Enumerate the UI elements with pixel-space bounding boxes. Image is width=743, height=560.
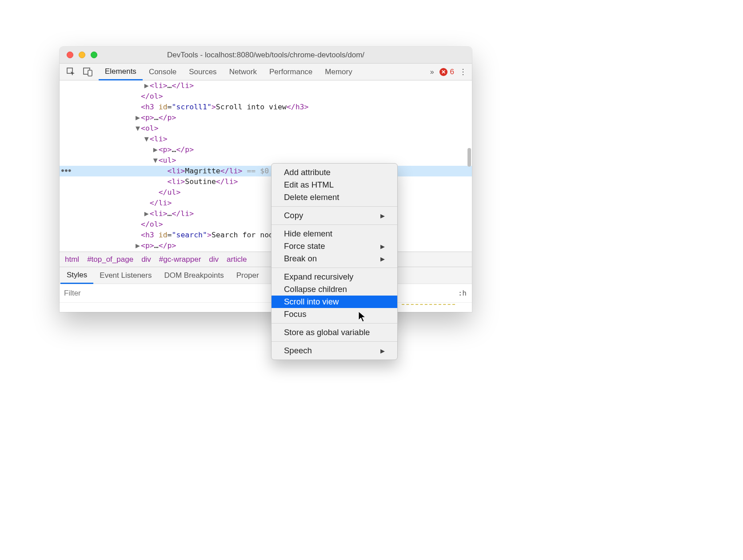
dom-line[interactable]: ▶<p>…</p> bbox=[60, 240, 472, 251]
context-menu-item-store-as-global-variable[interactable]: Store as global variable bbox=[272, 326, 397, 339]
context-menu-item-delete-element[interactable]: Delete element bbox=[272, 191, 397, 204]
context-menu-separator bbox=[272, 323, 397, 324]
context-menu-label: Edit as HTML bbox=[284, 180, 334, 190]
error-badge[interactable]: ✕ 6 bbox=[439, 68, 454, 76]
breadcrumb-item[interactable]: html bbox=[63, 255, 81, 264]
context-menu-item-focus[interactable]: Focus bbox=[272, 308, 397, 320]
hover-state-label[interactable]: :h bbox=[458, 289, 472, 297]
submenu-arrow-icon: ▶ bbox=[380, 348, 385, 354]
subtab-dom-breakpoints[interactable]: DOM Breakpoints bbox=[158, 267, 230, 284]
context-menu-item-expand-recursively[interactable]: Expand recursively bbox=[272, 271, 397, 283]
inspect-element-icon[interactable] bbox=[66, 67, 76, 77]
breadcrumb-item[interactable]: div bbox=[207, 255, 220, 264]
context-menu-label: Hide element bbox=[284, 229, 332, 239]
tab-memory[interactable]: Memory bbox=[319, 64, 358, 80]
context-menu-label: Break on bbox=[284, 254, 317, 264]
styles-area bbox=[60, 302, 472, 312]
context-menu-label: Force state bbox=[284, 241, 325, 251]
context-menu-label: Copy bbox=[284, 211, 303, 220]
dom-line[interactable]: ▼<li> bbox=[60, 134, 472, 144]
context-menu: Add attributeEdit as HTMLDelete elementC… bbox=[271, 163, 398, 360]
maximize-window-button[interactable] bbox=[91, 52, 97, 58]
panel-tabs: ElementsConsoleSourcesNetworkPerformance… bbox=[99, 64, 359, 80]
device-toggle-icon[interactable] bbox=[83, 67, 93, 77]
context-menu-label: Collapse children bbox=[284, 284, 347, 294]
inherited-divider bbox=[402, 304, 455, 308]
context-menu-item-add-attribute[interactable]: Add attribute bbox=[272, 166, 397, 179]
subtab-styles[interactable]: Styles bbox=[60, 267, 93, 284]
elements-tree[interactable]: ▶<li>…</li> </ol> <h3 id="scroll1">Scrol… bbox=[60, 80, 472, 252]
styles-filter-row: :h bbox=[60, 284, 472, 302]
tab-console[interactable]: Console bbox=[143, 64, 183, 80]
tab-elements[interactable]: Elements bbox=[99, 64, 143, 80]
submenu-arrow-icon: ▶ bbox=[380, 212, 385, 219]
context-menu-separator bbox=[272, 341, 397, 342]
minimize-window-button[interactable] bbox=[79, 52, 85, 58]
breadcrumb-item[interactable]: #gc-wrapper bbox=[157, 255, 203, 264]
dom-line[interactable]: ▶<li>…</li> bbox=[60, 208, 472, 219]
breadcrumb-item[interactable]: article bbox=[225, 255, 248, 264]
breadcrumb: html#top_of_pagediv#gc-wrapperdivarticle bbox=[60, 252, 472, 267]
dom-line[interactable]: </ol> bbox=[60, 219, 472, 230]
window-title: DevTools - localhost:8080/web/tools/chro… bbox=[60, 51, 472, 60]
context-menu-label: Focus bbox=[284, 309, 306, 319]
breadcrumb-item[interactable]: div bbox=[140, 255, 153, 264]
context-menu-label: Store as global variable bbox=[284, 328, 370, 337]
dom-line[interactable]: ▼<ul> bbox=[60, 155, 472, 166]
dom-line[interactable]: <h3 id="scroll1">Scroll into view</h3> bbox=[60, 102, 472, 112]
tab-network[interactable]: Network bbox=[223, 64, 263, 80]
dom-line[interactable]: </ul> bbox=[60, 187, 472, 198]
close-window-button[interactable] bbox=[67, 52, 73, 58]
devtools-window: DevTools - localhost:8080/web/tools/chro… bbox=[60, 47, 472, 312]
subtab-event-listeners[interactable]: Event Listeners bbox=[93, 267, 158, 284]
overflow-tabs-icon[interactable]: » bbox=[430, 68, 434, 76]
dom-line[interactable]: </li> bbox=[60, 198, 472, 208]
dom-line[interactable]: <li>Soutine</li> bbox=[60, 176, 472, 187]
titlebar: DevTools - localhost:8080/web/tools/chro… bbox=[60, 47, 472, 64]
context-menu-label: Expand recursively bbox=[284, 272, 353, 282]
context-menu-item-hide-element[interactable]: Hide element bbox=[272, 228, 397, 240]
context-menu-item-break-on[interactable]: Break on▶ bbox=[272, 252, 397, 265]
context-menu-label: Scroll into view bbox=[284, 297, 339, 307]
dom-line[interactable]: </ol> bbox=[60, 91, 472, 102]
subtab-proper[interactable]: Proper bbox=[230, 267, 265, 284]
error-icon: ✕ bbox=[439, 68, 447, 76]
dom-line[interactable]: ▼<ol> bbox=[60, 123, 472, 134]
svg-rect-2 bbox=[88, 70, 92, 76]
context-menu-item-collapse-children[interactable]: Collapse children bbox=[272, 283, 397, 296]
dom-line[interactable]: <h3 id="search">Search for nodes</h3> bbox=[60, 230, 472, 240]
context-menu-label: Add attribute bbox=[284, 168, 331, 177]
context-menu-label: Delete element bbox=[284, 192, 339, 202]
context-menu-item-copy[interactable]: Copy▶ bbox=[272, 209, 397, 222]
tab-sources[interactable]: Sources bbox=[183, 64, 223, 80]
context-menu-item-speech[interactable]: Speech▶ bbox=[272, 344, 397, 357]
dom-line[interactable]: ▶<li>…</li> bbox=[60, 80, 472, 91]
submenu-arrow-icon: ▶ bbox=[380, 243, 385, 250]
context-menu-separator bbox=[272, 268, 397, 268]
tab-performance[interactable]: Performance bbox=[263, 64, 319, 80]
dom-line[interactable]: ▶<p>…</p> bbox=[60, 144, 472, 155]
styles-tabs: StylesEvent ListenersDOM BreakpointsProp… bbox=[60, 267, 472, 284]
breadcrumb-item[interactable]: #top_of_page bbox=[85, 255, 135, 264]
scrollbar-thumb[interactable] bbox=[467, 148, 471, 167]
context-menu-item-scroll-into-view[interactable]: Scroll into view bbox=[272, 296, 397, 308]
dom-line[interactable]: ••• <li>Magritte</li> == $0 bbox=[60, 166, 472, 176]
dom-line[interactable]: ▶<p>…</p> bbox=[60, 112, 472, 123]
main-toolbar: ElementsConsoleSourcesNetworkPerformance… bbox=[60, 64, 472, 80]
error-count: 6 bbox=[450, 68, 454, 76]
context-menu-separator bbox=[272, 206, 397, 207]
window-controls bbox=[60, 52, 97, 58]
context-menu-separator bbox=[272, 224, 397, 225]
context-menu-label: Speech bbox=[284, 346, 312, 356]
context-menu-item-force-state[interactable]: Force state▶ bbox=[272, 240, 397, 252]
filter-input[interactable] bbox=[60, 284, 458, 302]
context-menu-item-edit-as-html[interactable]: Edit as HTML bbox=[272, 179, 397, 191]
submenu-arrow-icon: ▶ bbox=[380, 256, 385, 262]
kebab-menu-icon[interactable]: ⋯ bbox=[459, 68, 467, 76]
